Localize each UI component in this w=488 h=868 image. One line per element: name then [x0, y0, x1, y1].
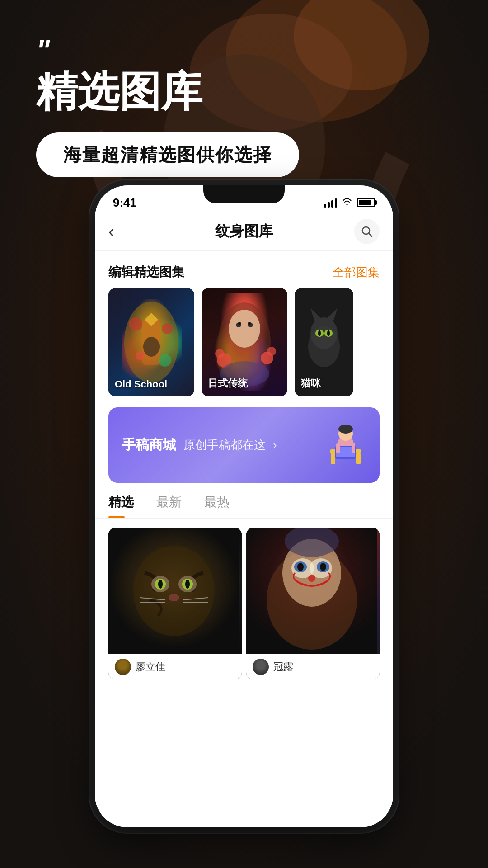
signal-bar-4 [335, 198, 337, 208]
back-button[interactable]: ‹ [108, 223, 114, 240]
svg-rect-38 [356, 453, 361, 464]
svg-point-52 [158, 580, 163, 589]
signal-bar-3 [331, 200, 333, 208]
grid-item-joker[interactable]: 冠露 [246, 528, 380, 679]
svg-point-17 [229, 310, 260, 348]
joker-user-name: 冠露 [273, 660, 293, 674]
svg-point-68 [308, 575, 315, 582]
banner-text-group: 手稿商城 原创手稿都在这 › [122, 436, 277, 454]
svg-point-11 [162, 323, 173, 334]
wifi-icon [342, 197, 352, 208]
phone-notch [203, 185, 285, 203]
svg-point-53 [185, 580, 190, 589]
banner-title: 手稿商城 [122, 436, 176, 454]
svg-point-23 [215, 349, 224, 358]
tab-hottest[interactable]: 最热 [204, 494, 230, 518]
tab-featured[interactable]: 精选 [108, 494, 134, 518]
old-school-label: Old School [115, 378, 167, 390]
banner-arrow: › [273, 438, 277, 452]
battery-icon [357, 198, 375, 207]
nav-bar: ‹ 纹身图库 [95, 212, 393, 251]
svg-point-29 [310, 317, 338, 349]
gallery-scroll: Old School [95, 288, 393, 396]
editor-section-header: 编辑精选图集 全部图集 [95, 251, 393, 288]
editor-section-title: 编辑精选图集 [108, 264, 184, 281]
tabs-row: 精选 最新 最热 [95, 494, 393, 519]
quote-marks: " [36, 36, 50, 65]
banner[interactable]: 手稿商城 原创手稿都在这 › [108, 407, 380, 483]
banner-subtitle: 原创手稿都在这 [183, 437, 266, 453]
svg-point-67 [320, 563, 326, 571]
avatar-image-1 [115, 659, 131, 675]
signal-icon [324, 198, 337, 208]
tiger-user-info: 廖立佳 [108, 654, 242, 679]
grid-item-tiger[interactable]: 廖立佳 [108, 528, 242, 679]
status-icons [324, 197, 375, 208]
hero-subtitle: 海量超清精选图供你选择 [36, 132, 299, 177]
tiger-user-avatar [115, 659, 131, 675]
main-title: 精选图库 [36, 69, 202, 114]
joker-tattoo-image [246, 528, 380, 654]
phone-content: 编辑精选图集 全部图集 [95, 251, 393, 827]
avatar-image-2 [253, 659, 269, 675]
gallery-item-japanese[interactable]: 日式传统 [202, 288, 287, 396]
japanese-label: 日式传统 [208, 377, 248, 390]
svg-line-7 [369, 233, 372, 236]
search-button[interactable] [354, 219, 380, 244]
svg-point-10 [129, 317, 142, 331]
tiger-tattoo-image [108, 528, 242, 654]
svg-point-21 [248, 322, 251, 325]
svg-point-35 [327, 330, 330, 336]
svg-rect-37 [331, 453, 335, 464]
signal-bar-1 [324, 204, 326, 208]
svg-point-41 [338, 425, 353, 434]
svg-point-54 [169, 594, 179, 601]
svg-point-20 [238, 322, 241, 325]
svg-point-34 [318, 330, 321, 336]
cat-label: 猫咪 [301, 377, 321, 390]
phone-mockup: 9:41 ‹ 纹身图库 [95, 185, 393, 827]
svg-point-12 [136, 351, 145, 360]
joker-user-info: 冠露 [246, 654, 380, 679]
banner-illustration [325, 420, 366, 470]
gallery-item-old-school[interactable]: Old School [108, 288, 194, 396]
search-icon [361, 226, 373, 237]
joker-user-avatar [253, 659, 269, 675]
svg-point-47 [133, 546, 215, 636]
all-galleries-link[interactable]: 全部图集 [333, 264, 380, 280]
svg-point-13 [159, 354, 171, 367]
battery-fill [359, 200, 371, 205]
image-grid: 廖立佳 [95, 528, 393, 679]
signal-bar-2 [328, 202, 330, 208]
tab-latest[interactable]: 最新 [156, 494, 182, 518]
svg-point-66 [297, 563, 304, 571]
tiger-user-name: 廖立佳 [136, 660, 165, 674]
svg-point-15 [143, 337, 160, 357]
hero-section: " 精选图库 海量超清精选图供你选择 [0, 0, 488, 194]
nav-title: 纹身图库 [215, 222, 273, 241]
gallery-item-cat[interactable]: 猫咪 [295, 288, 353, 396]
svg-point-25 [267, 347, 276, 356]
status-time: 9:41 [113, 196, 136, 210]
